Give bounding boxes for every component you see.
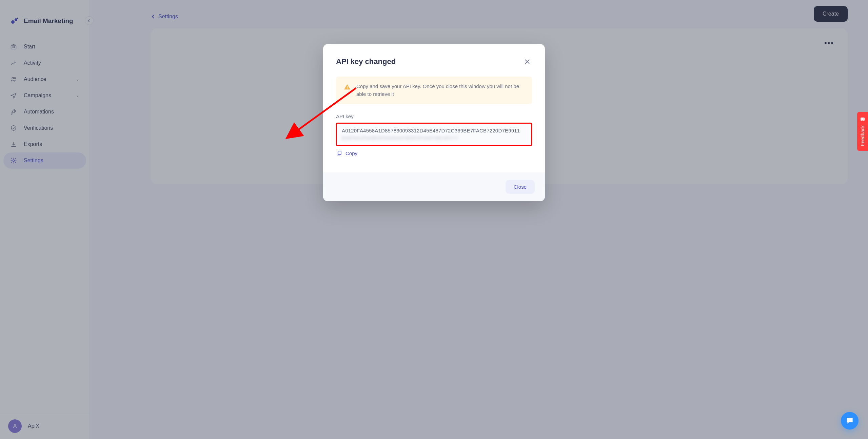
api-key-hidden: D34F9A1F049EDFD8484AF9D5F0F4A8736C4FC77 <box>342 135 526 140</box>
warning-box: Copy and save your API key. Once you clo… <box>336 77 532 104</box>
modal-close-button[interactable] <box>522 57 532 66</box>
api-key-modal: API key changed Copy and save your API k… <box>323 44 545 201</box>
modal-footer: Close <box>323 172 545 201</box>
svg-rect-11 <box>338 151 341 155</box>
smile-icon <box>860 117 865 122</box>
chat-icon <box>845 416 854 425</box>
copy-button[interactable]: Copy <box>336 150 532 156</box>
warning-text: Copy and save your API key. Once you clo… <box>356 83 525 98</box>
modal-title: API key changed <box>336 57 396 66</box>
copy-label: Copy <box>346 150 357 156</box>
api-key-field-label: API key <box>336 113 532 119</box>
api-key-box[interactable]: A0120FA4558A1D857830093312D45E487D72C369… <box>336 123 532 146</box>
svg-rect-14 <box>861 118 865 121</box>
close-button[interactable]: Close <box>506 180 535 194</box>
warning-triangle-icon <box>343 83 351 92</box>
svg-rect-10 <box>347 88 348 89</box>
feedback-tab[interactable]: Feedback <box>857 112 868 151</box>
feedback-label: Feedback <box>860 125 865 146</box>
close-icon <box>524 59 530 65</box>
chat-button[interactable] <box>841 412 859 430</box>
svg-rect-9 <box>347 86 348 88</box>
copy-icon <box>336 150 342 156</box>
modal-overlay: API key changed Copy and save your API k… <box>0 0 868 439</box>
api-key-value: A0120FA4558A1D857830093312D45E487D72C369… <box>342 128 526 133</box>
